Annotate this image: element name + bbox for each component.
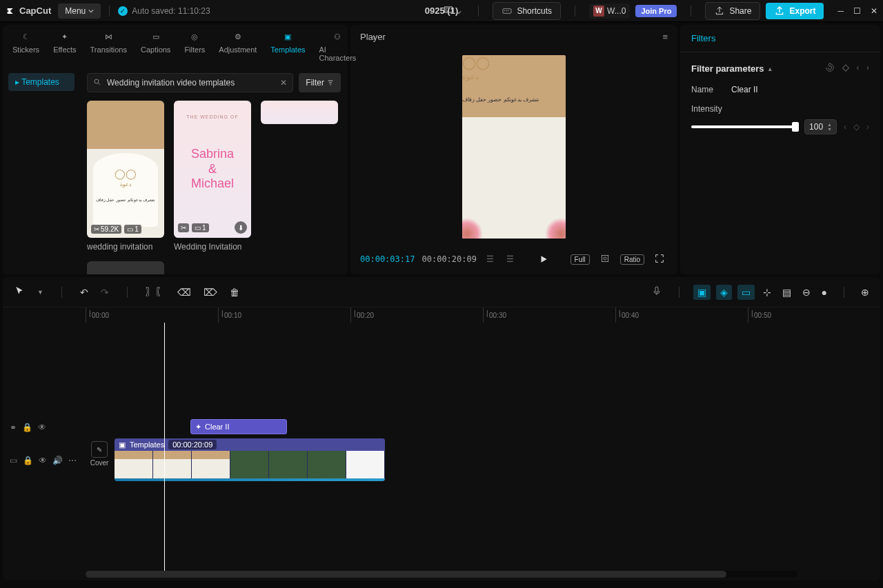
compare-a-button[interactable]: ☰ xyxy=(484,252,497,267)
clear-search-button[interactable]: ✕ xyxy=(280,78,287,88)
tab-strip: ☾Stickers ✦Effects ⋈Transitions ▭Caption… xyxy=(3,25,348,68)
tab-ai-characters[interactable]: ⚇AI Characters xyxy=(317,29,359,63)
selection-tool[interactable] xyxy=(11,283,28,301)
app-name: CapCut xyxy=(19,6,51,16)
filter-button[interactable]: Filter xyxy=(299,73,341,92)
svg-point-3 xyxy=(504,10,505,10)
tab-templates[interactable]: ▣Templates xyxy=(268,29,308,55)
timeline-ruler[interactable]: |00:00 |00:10 |00:20 |00:30 |00:40 |00:5… xyxy=(86,307,880,323)
shortcuts-button[interactable]: Shortcuts xyxy=(493,2,561,20)
collapse-panel-button[interactable]: « xyxy=(367,29,380,47)
split-button[interactable]: 〗〖 xyxy=(143,283,168,301)
tab-filters-props[interactable]: Filters xyxy=(680,25,880,52)
tab-effects[interactable]: ✦Effects xyxy=(50,29,79,55)
project-title: 0925 (1) xyxy=(425,6,458,16)
thumb-top-label: THE WEDDING OF xyxy=(174,114,251,119)
undo-button[interactable]: ↶ xyxy=(77,284,91,301)
tab-transitions[interactable]: ⋈Transitions xyxy=(88,29,130,55)
magnet-main-button[interactable]: ▣ xyxy=(693,285,711,300)
section-title: Filter parameters xyxy=(691,63,764,74)
redo-button[interactable]: ↷ xyxy=(98,284,112,301)
tab-filters[interactable]: ◎Filters xyxy=(181,29,208,55)
delete-right-button[interactable]: ⌦ xyxy=(201,284,220,301)
template-thumb[interactable] xyxy=(261,101,338,252)
filter-track: ⚭ 🔒 👁 ✦ Clear II xyxy=(3,419,880,436)
tree-item-templates[interactable]: ▸ Templates xyxy=(8,73,75,91)
close-button[interactable]: ✕ xyxy=(871,6,877,16)
join-pro-button[interactable]: Join Pro xyxy=(635,5,677,17)
svg-point-6 xyxy=(95,79,99,83)
preview-sub: نتشرف بدعوتكم حضور حفل زفاف xyxy=(462,97,566,103)
template-thumb[interactable]: THE WEDDING OF Sabrina & Michael ✂ ▭ 1 ⬇ xyxy=(174,101,251,252)
filter-clip[interactable]: ✦ Clear II xyxy=(190,419,287,434)
mute-icon[interactable]: 🔊 xyxy=(52,456,63,465)
visibility-icon[interactable]: 👁 xyxy=(38,423,46,432)
play-button[interactable] xyxy=(534,250,553,269)
keyboard-icon xyxy=(502,6,513,17)
search-input[interactable]: Wedding invitation video templates ✕ xyxy=(87,73,293,92)
more-icon[interactable]: ⋯ xyxy=(68,456,77,465)
visibility-icon[interactable]: 👁 xyxy=(39,456,47,465)
preview-axis-button[interactable]: ▭ xyxy=(737,285,755,300)
user-badge[interactable]: W W...0 xyxy=(589,3,630,19)
full-button[interactable]: Full xyxy=(571,254,590,265)
maximize-button[interactable]: ☐ xyxy=(853,6,861,16)
tool-dropdown[interactable]: ▼ xyxy=(34,286,46,298)
intensity-slider[interactable] xyxy=(691,125,797,128)
template-thumb[interactable]: ◯◯ دعوة نتشرف بدعوتكم حضور حفل زفاف ✂ 59… xyxy=(87,101,164,252)
video-clip[interactable]: ▣ Templates 00:00:20:09 xyxy=(115,438,385,481)
kf-toggle-button[interactable]: ◇ xyxy=(853,122,860,132)
preview-frame: ◯◯ دعوة نتشرف بدعوتكم حضور حفل زفاف xyxy=(462,55,566,239)
name-label: Name xyxy=(691,85,731,94)
zoom-out-button[interactable]: ⊖ xyxy=(800,284,813,301)
snap-button[interactable]: ⊹ xyxy=(760,284,774,301)
template-thumb[interactable] xyxy=(87,261,164,274)
thumb-sub: نتشرف بدعوتكم حضور حفل زفاف xyxy=(96,197,156,202)
cover-button[interactable]: ✎ Cover xyxy=(87,441,112,467)
next-kf-button[interactable]: › xyxy=(866,122,869,132)
timeline-body[interactable]: ⚭ 🔒 👁 ✦ Clear II ▭ 🔒 👁 🔊 ⋯ xyxy=(3,323,880,571)
step-up-button[interactable]: ▲ xyxy=(827,122,832,127)
prev-kf-button[interactable]: ‹ xyxy=(844,122,846,132)
share-button[interactable]: Share xyxy=(705,2,760,20)
delete-left-button[interactable]: ⌫ xyxy=(175,284,194,301)
tab-adjustment[interactable]: ⚙Adjustment xyxy=(216,29,259,55)
tab-stickers[interactable]: ☾Stickers xyxy=(10,29,42,55)
compare-b-button[interactable]: ☰ xyxy=(504,252,517,267)
titlebar: CapCut Menu ✓ Auto saved: 11:10:23 0925 … xyxy=(0,0,883,22)
minimize-button[interactable]: ─ xyxy=(837,6,844,16)
magnet-linked-button[interactable]: ◈ xyxy=(716,285,732,300)
download-button[interactable]: ⬇ xyxy=(235,221,247,234)
track-controls: ▭ 🔒 👁 🔊 ⋯ xyxy=(3,438,86,483)
lock-icon[interactable]: 🔒 xyxy=(23,456,33,465)
next-keyframe-button[interactable]: › xyxy=(866,62,869,75)
mic-button[interactable] xyxy=(648,283,665,301)
svg-point-4 xyxy=(506,10,507,10)
delete-button[interactable]: 🗑 xyxy=(227,284,242,301)
scale-to-fit-button[interactable] xyxy=(597,250,613,269)
zoom-fit-button[interactable]: ⊕ xyxy=(858,284,872,301)
track-options-button[interactable]: ▤ xyxy=(780,284,794,301)
collapse-section-icon[interactable]: ▴ xyxy=(768,65,772,72)
check-icon: ✓ xyxy=(118,6,128,16)
filter-icon xyxy=(327,79,334,86)
export-button[interactable]: Export xyxy=(766,3,824,19)
timeline-scrollbar[interactable] xyxy=(86,571,797,578)
fullscreen-button[interactable] xyxy=(651,250,668,269)
prev-keyframe-button[interactable]: ‹ xyxy=(856,62,859,75)
playhead[interactable] xyxy=(164,323,165,571)
player-menu-button[interactable]: ≡ xyxy=(662,32,668,42)
link-icon[interactable]: ⚭ xyxy=(10,423,17,432)
svg-rect-7 xyxy=(602,255,608,261)
reset-button[interactable] xyxy=(824,62,835,75)
zoom-slider[interactable]: ● xyxy=(819,284,830,301)
lock-icon[interactable]: 🔒 xyxy=(22,423,32,432)
thumb-caption: Wedding Invitation xyxy=(174,242,251,252)
player-stage[interactable]: ◯◯ دعوة نتشرف بدعوتكم حضور حفل زفاف xyxy=(350,49,677,244)
step-down-button[interactable]: ▼ xyxy=(827,127,832,132)
keyframe-button[interactable]: ◇ xyxy=(842,62,849,75)
tab-captions[interactable]: ▭Captions xyxy=(138,29,173,55)
ratio-button[interactable]: Ratio xyxy=(620,254,644,265)
menu-button[interactable]: Menu xyxy=(58,3,101,19)
intensity-input[interactable]: 100 ▲▼ xyxy=(804,119,837,134)
